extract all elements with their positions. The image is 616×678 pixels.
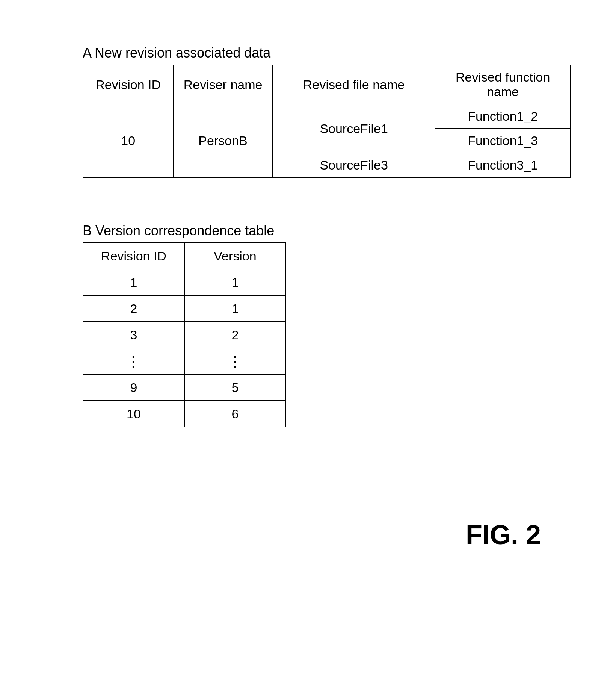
header-b-version: Version [184, 243, 286, 269]
cell-function-1-3: Function1_3 [435, 129, 571, 153]
cell-ver-10: 6 [184, 401, 286, 427]
cell-rev-3: 3 [83, 322, 184, 348]
cell-ver-3: 2 [184, 322, 286, 348]
table-row: 3 2 [83, 322, 286, 348]
section-b-label: B Version correspondence table [83, 223, 571, 239]
table-b-header-row: Revision ID Version [83, 243, 286, 269]
header-reviser-name: Reviser name [173, 65, 272, 104]
table-row: 9 5 [83, 374, 286, 401]
section-b: B Version correspondence table Revision … [83, 223, 571, 427]
table-row: 1 1 [83, 269, 286, 295]
cell-rev-2: 2 [83, 295, 184, 322]
cell-source-file-3: SourceFile3 [273, 153, 435, 177]
table-a-header-row: Revision ID Reviser name Revised file na… [83, 65, 571, 104]
cell-rev-1: 1 [83, 269, 184, 295]
cell-source-file-1: SourceFile1 [273, 104, 435, 153]
cell-rev-ellipsis: ⋮ [83, 348, 184, 374]
table-a: Revision ID Reviser name Revised file na… [83, 65, 571, 178]
header-revised-function-name: Revised function name [435, 65, 571, 104]
cell-ver-ellipsis: ⋮ [184, 348, 286, 374]
table-row-ellipsis: ⋮ ⋮ [83, 348, 286, 374]
page-container: A New revision associated data Revision … [0, 0, 616, 678]
section-a: A New revision associated data Revision … [83, 45, 571, 178]
cell-rev-10: 10 [83, 401, 184, 427]
cell-ver-1: 1 [184, 269, 286, 295]
cell-ver-2: 1 [184, 295, 286, 322]
table-b: Revision ID Version 1 1 2 1 3 2 ⋮ ⋮ [83, 242, 286, 427]
table-row: 10 6 [83, 401, 286, 427]
cell-revision-id: 10 [83, 104, 173, 177]
cell-function-1-2: Function1_2 [435, 104, 571, 129]
cell-rev-9: 9 [83, 374, 184, 401]
cell-reviser-name: PersonB [173, 104, 272, 177]
section-a-label: A New revision associated data [83, 45, 571, 61]
header-revised-file-name: Revised file name [273, 65, 435, 104]
header-revision-id: Revision ID [83, 65, 173, 104]
table-row: 2 1 [83, 295, 286, 322]
header-b-revision-id: Revision ID [83, 243, 184, 269]
figure-label: FIG. 2 [466, 519, 541, 550]
cell-ver-9: 5 [184, 374, 286, 401]
cell-function-3-1: Function3_1 [435, 153, 571, 177]
table-row: 10 PersonB SourceFile1 Function1_2 [83, 104, 571, 129]
